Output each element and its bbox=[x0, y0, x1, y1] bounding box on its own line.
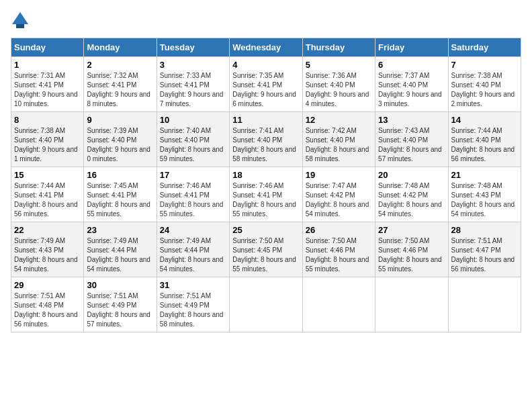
day-number: 6 bbox=[378, 60, 445, 70]
calendar-cell: 26Sunrise: 7:50 AM Sunset: 4:46 PM Dayli… bbox=[302, 222, 375, 277]
day-info: Sunrise: 7:33 AM Sunset: 4:41 PM Dayligh… bbox=[160, 71, 226, 109]
day-number: 3 bbox=[160, 60, 226, 70]
day-info: Sunrise: 7:50 AM Sunset: 4:45 PM Dayligh… bbox=[232, 236, 299, 274]
day-number: 11 bbox=[232, 115, 299, 125]
day-number: 10 bbox=[160, 115, 226, 125]
svg-marker-0 bbox=[12, 12, 28, 24]
calendar-cell: 11Sunrise: 7:41 AM Sunset: 4:40 PM Dayli… bbox=[230, 112, 302, 167]
calendar-cell: 27Sunrise: 7:50 AM Sunset: 4:46 PM Dayli… bbox=[375, 222, 448, 277]
day-info: Sunrise: 7:37 AM Sunset: 4:40 PM Dayligh… bbox=[378, 71, 445, 109]
day-info: Sunrise: 7:31 AM Sunset: 4:41 PM Dayligh… bbox=[14, 71, 81, 109]
calendar-cell: 1Sunrise: 7:31 AM Sunset: 4:41 PM Daylig… bbox=[11, 57, 84, 112]
calendar-cell: 19Sunrise: 7:47 AM Sunset: 4:42 PM Dayli… bbox=[302, 167, 375, 222]
calendar-cell: 21Sunrise: 7:48 AM Sunset: 4:43 PM Dayli… bbox=[448, 167, 521, 222]
day-info: Sunrise: 7:38 AM Sunset: 4:40 PM Dayligh… bbox=[451, 71, 518, 109]
calendar-cell bbox=[230, 277, 302, 332]
day-info: Sunrise: 7:35 AM Sunset: 4:41 PM Dayligh… bbox=[232, 71, 299, 109]
day-info: Sunrise: 7:42 AM Sunset: 4:40 PM Dayligh… bbox=[306, 126, 372, 164]
calendar-cell: 7Sunrise: 7:38 AM Sunset: 4:40 PM Daylig… bbox=[448, 57, 521, 112]
day-info: Sunrise: 7:48 AM Sunset: 4:42 PM Dayligh… bbox=[378, 181, 445, 219]
day-number: 16 bbox=[87, 170, 153, 180]
day-header-tuesday: Tuesday bbox=[157, 38, 229, 57]
calendar-week-row: 15Sunrise: 7:44 AM Sunset: 4:41 PM Dayli… bbox=[11, 167, 521, 222]
calendar-cell: 16Sunrise: 7:45 AM Sunset: 4:41 PM Dayli… bbox=[84, 167, 157, 222]
day-info: Sunrise: 7:44 AM Sunset: 4:41 PM Dayligh… bbox=[14, 181, 81, 219]
calendar-week-row: 22Sunrise: 7:49 AM Sunset: 4:43 PM Dayli… bbox=[11, 222, 521, 277]
day-number: 2 bbox=[87, 60, 153, 70]
calendar-week-row: 8Sunrise: 7:38 AM Sunset: 4:40 PM Daylig… bbox=[11, 112, 521, 167]
day-number: 27 bbox=[378, 225, 445, 235]
day-info: Sunrise: 7:40 AM Sunset: 4:40 PM Dayligh… bbox=[160, 126, 226, 164]
day-number: 25 bbox=[232, 225, 299, 235]
calendar-cell bbox=[375, 277, 448, 332]
day-info: Sunrise: 7:46 AM Sunset: 4:41 PM Dayligh… bbox=[232, 181, 299, 219]
calendar-cell: 30Sunrise: 7:51 AM Sunset: 4:49 PM Dayli… bbox=[84, 277, 157, 332]
day-info: Sunrise: 7:43 AM Sunset: 4:40 PM Dayligh… bbox=[378, 126, 445, 164]
day-info: Sunrise: 7:32 AM Sunset: 4:41 PM Dayligh… bbox=[87, 71, 153, 109]
calendar-cell: 12Sunrise: 7:42 AM Sunset: 4:40 PM Dayli… bbox=[302, 112, 375, 167]
calendar-cell: 10Sunrise: 7:40 AM Sunset: 4:40 PM Dayli… bbox=[157, 112, 229, 167]
calendar-cell: 29Sunrise: 7:51 AM Sunset: 4:48 PM Dayli… bbox=[11, 277, 84, 332]
day-info: Sunrise: 7:51 AM Sunset: 4:47 PM Dayligh… bbox=[451, 236, 518, 274]
svg-rect-1 bbox=[16, 24, 24, 28]
day-info: Sunrise: 7:38 AM Sunset: 4:40 PM Dayligh… bbox=[14, 126, 81, 164]
day-header-wednesday: Wednesday bbox=[230, 38, 302, 57]
day-info: Sunrise: 7:51 AM Sunset: 4:48 PM Dayligh… bbox=[14, 291, 81, 329]
logo-icon bbox=[11, 11, 30, 30]
calendar-cell: 31Sunrise: 7:51 AM Sunset: 4:49 PM Dayli… bbox=[157, 277, 229, 332]
day-info: Sunrise: 7:39 AM Sunset: 4:40 PM Dayligh… bbox=[87, 126, 153, 164]
day-info: Sunrise: 7:44 AM Sunset: 4:40 PM Dayligh… bbox=[451, 126, 518, 164]
day-number: 23 bbox=[87, 225, 153, 235]
calendar-week-row: 1Sunrise: 7:31 AM Sunset: 4:41 PM Daylig… bbox=[11, 57, 521, 112]
day-info: Sunrise: 7:50 AM Sunset: 4:46 PM Dayligh… bbox=[306, 236, 372, 274]
day-info: Sunrise: 7:49 AM Sunset: 4:44 PM Dayligh… bbox=[160, 236, 226, 274]
calendar-cell: 17Sunrise: 7:46 AM Sunset: 4:41 PM Dayli… bbox=[157, 167, 229, 222]
day-header-thursday: Thursday bbox=[302, 38, 375, 57]
day-number: 17 bbox=[160, 170, 226, 180]
day-number: 7 bbox=[451, 60, 518, 70]
day-number: 5 bbox=[306, 60, 372, 70]
day-header-friday: Friday bbox=[375, 38, 448, 57]
day-info: Sunrise: 7:45 AM Sunset: 4:41 PM Dayligh… bbox=[87, 181, 153, 219]
calendar-cell bbox=[302, 277, 375, 332]
day-info: Sunrise: 7:49 AM Sunset: 4:43 PM Dayligh… bbox=[14, 236, 81, 274]
day-number: 15 bbox=[14, 170, 81, 180]
day-info: Sunrise: 7:36 AM Sunset: 4:40 PM Dayligh… bbox=[306, 71, 372, 109]
day-info: Sunrise: 7:41 AM Sunset: 4:40 PM Dayligh… bbox=[232, 126, 299, 164]
calendar-week-row: 29Sunrise: 7:51 AM Sunset: 4:48 PM Dayli… bbox=[11, 277, 521, 332]
calendar-cell bbox=[448, 277, 521, 332]
calendar-cell: 24Sunrise: 7:49 AM Sunset: 4:44 PM Dayli… bbox=[157, 222, 229, 277]
day-info: Sunrise: 7:46 AM Sunset: 4:41 PM Dayligh… bbox=[160, 181, 226, 219]
day-number: 18 bbox=[232, 170, 299, 180]
day-number: 20 bbox=[378, 170, 445, 180]
day-info: Sunrise: 7:47 AM Sunset: 4:42 PM Dayligh… bbox=[306, 181, 372, 219]
day-header-monday: Monday bbox=[84, 38, 157, 57]
day-number: 4 bbox=[232, 60, 299, 70]
calendar-cell: 4Sunrise: 7:35 AM Sunset: 4:41 PM Daylig… bbox=[230, 57, 302, 112]
calendar-header-row: SundayMondayTuesdayWednesdayThursdayFrid… bbox=[11, 38, 521, 57]
day-number: 28 bbox=[451, 225, 518, 235]
calendar-cell: 28Sunrise: 7:51 AM Sunset: 4:47 PM Dayli… bbox=[448, 222, 521, 277]
calendar-cell: 6Sunrise: 7:37 AM Sunset: 4:40 PM Daylig… bbox=[375, 57, 448, 112]
day-info: Sunrise: 7:51 AM Sunset: 4:49 PM Dayligh… bbox=[87, 291, 153, 329]
calendar-cell: 9Sunrise: 7:39 AM Sunset: 4:40 PM Daylig… bbox=[84, 112, 157, 167]
day-number: 19 bbox=[306, 170, 372, 180]
day-number: 26 bbox=[306, 225, 372, 235]
day-number: 22 bbox=[14, 225, 81, 235]
calendar-cell: 14Sunrise: 7:44 AM Sunset: 4:40 PM Dayli… bbox=[448, 112, 521, 167]
calendar-cell: 3Sunrise: 7:33 AM Sunset: 4:41 PM Daylig… bbox=[157, 57, 229, 112]
day-number: 24 bbox=[160, 225, 226, 235]
day-number: 31 bbox=[160, 280, 226, 290]
calendar-cell: 2Sunrise: 7:32 AM Sunset: 4:41 PM Daylig… bbox=[84, 57, 157, 112]
calendar-cell: 8Sunrise: 7:38 AM Sunset: 4:40 PM Daylig… bbox=[11, 112, 84, 167]
day-number: 13 bbox=[378, 115, 445, 125]
calendar-cell: 15Sunrise: 7:44 AM Sunset: 4:41 PM Dayli… bbox=[11, 167, 84, 222]
day-number: 14 bbox=[451, 115, 518, 125]
day-header-saturday: Saturday bbox=[448, 38, 521, 57]
calendar-cell: 13Sunrise: 7:43 AM Sunset: 4:40 PM Dayli… bbox=[375, 112, 448, 167]
day-number: 9 bbox=[87, 115, 153, 125]
calendar-cell: 5Sunrise: 7:36 AM Sunset: 4:40 PM Daylig… bbox=[302, 57, 375, 112]
day-info: Sunrise: 7:49 AM Sunset: 4:44 PM Dayligh… bbox=[87, 236, 153, 274]
calendar-cell: 18Sunrise: 7:46 AM Sunset: 4:41 PM Dayli… bbox=[230, 167, 302, 222]
day-header-sunday: Sunday bbox=[11, 38, 84, 57]
